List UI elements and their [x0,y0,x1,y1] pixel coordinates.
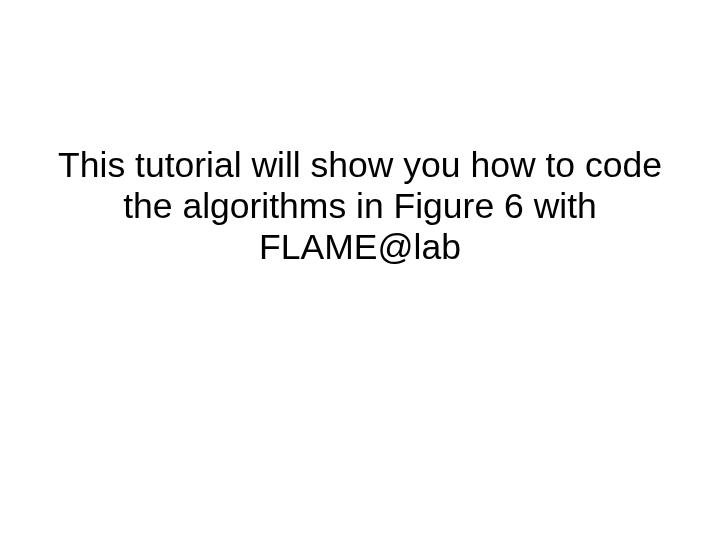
body-text: This tutorial will show you how to code … [55,145,665,269]
slide: This tutorial will show you how to code … [0,0,720,540]
